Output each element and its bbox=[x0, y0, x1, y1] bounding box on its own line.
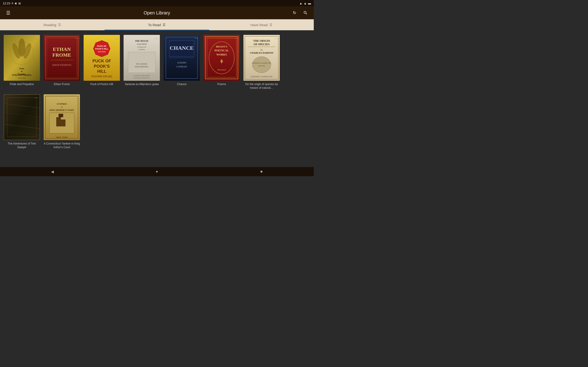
book-title-tom: The Adventures of Tom Sawyer bbox=[4, 142, 40, 149]
svg-text:By: By bbox=[260, 49, 263, 51]
bottom-nav: ◀ ● ■ bbox=[0, 167, 314, 176]
to-read-sort-icon: ☰ bbox=[163, 23, 166, 27]
svg-rect-75 bbox=[56, 117, 61, 126]
book-title-pride: Pride and Prejudice bbox=[10, 83, 34, 86]
svg-text:in: in bbox=[61, 106, 63, 108]
book-item-chance[interactable]: ··· CHANCE bbox=[164, 35, 200, 90]
svg-rect-9 bbox=[44, 35, 80, 81]
svg-text:EDITH WHARTON: EDITH WHARTON bbox=[52, 64, 71, 66]
book-item-pride[interactable]: ··· bbox=[4, 35, 40, 90]
svg-text:HILL: HILL bbox=[97, 69, 106, 74]
svg-text:CONRAD: CONRAD bbox=[176, 65, 187, 68]
svg-text:New York: New York bbox=[258, 65, 265, 67]
main-content: ··· bbox=[0, 30, 314, 167]
book-item-zapiski[interactable]: ··· THE HOUSE of the DEAD or bbox=[124, 35, 160, 90]
svg-text:MARK TWAIN: MARK TWAIN bbox=[56, 136, 68, 138]
svg-text:BY E.P.DUTTON & CO: BY E.P.DUTTON & CO bbox=[134, 77, 149, 79]
app-icon-grid: ▤ bbox=[18, 2, 21, 5]
svg-text:LITERARY CLASSICS, INC: LITERARY CLASSICS, INC bbox=[251, 76, 273, 78]
svg-text:CHARLES DARWIN: CHARLES DARWIN bbox=[250, 51, 274, 54]
app-icon-circle: ◉ bbox=[15, 2, 17, 5]
svg-rect-30 bbox=[128, 52, 155, 73]
app-title: Open Library bbox=[144, 10, 170, 16]
book-grid: ··· bbox=[4, 35, 310, 149]
nav-back-button[interactable]: ◀ bbox=[48, 167, 57, 176]
app-bar-actions: ↻ bbox=[290, 8, 310, 17]
svg-text:POOK'S HILL: POOK'S HILL bbox=[95, 48, 108, 50]
svg-text:Jane Austen: Jane Austen bbox=[18, 77, 26, 79]
svg-text:THE ORIGIN: THE ORIGIN bbox=[253, 39, 270, 42]
wifi-icon: ▲ bbox=[299, 2, 302, 5]
svg-text:LONDON PUBLISHED: LONDON PUBLISHED bbox=[134, 75, 150, 77]
refresh-button[interactable]: ↻ bbox=[290, 8, 299, 17]
svg-text:Prejudice: Prejudice bbox=[18, 73, 26, 75]
svg-text:DOSTOIEFFSKY: DOSTOIEFFSKY bbox=[135, 66, 149, 68]
book-more-origin[interactable]: ··· bbox=[275, 36, 278, 40]
tab-reading-label: Reading bbox=[43, 23, 56, 27]
book-title-origin: On the origin of species by means of nat… bbox=[243, 83, 280, 90]
book-item-tom[interactable]: ··· bbox=[4, 94, 40, 149]
book-item-origin[interactable]: ··· THE ORIGIN OF SPECIES bbox=[243, 35, 280, 90]
svg-text:LITERARY CLASSICS, INC: LITERARY CLASSICS, INC bbox=[252, 62, 271, 64]
app-bar: ☰ Open Library ↻ bbox=[0, 6, 314, 19]
svg-text:PUCK OF: PUCK OF bbox=[97, 45, 107, 47]
book-item-poems[interactable]: ··· bbox=[204, 35, 240, 90]
svg-text:RUDYARD: RUDYARD bbox=[98, 51, 106, 52]
svg-text:BY A FEDOR: BY A FEDOR bbox=[137, 63, 147, 65]
tab-reading[interactable]: Reading ☰ bbox=[0, 19, 104, 30]
nav-recent-button[interactable]: ■ bbox=[257, 167, 266, 176]
battery-icon: ▬ bbox=[308, 2, 311, 5]
svg-text:POOK'S: POOK'S bbox=[94, 64, 110, 69]
book-item-puck[interactable]: ··· PUCK OF POOK'S HILL bbox=[84, 35, 120, 90]
svg-text:CHANCE: CHANCE bbox=[170, 45, 194, 51]
have-read-sort-icon: ☰ bbox=[269, 23, 272, 27]
svg-text:in Siberia: in Siberia bbox=[138, 49, 145, 50]
svg-marker-77 bbox=[59, 114, 63, 117]
tab-to-read[interactable]: To Read ☰ bbox=[104, 19, 209, 30]
book-more-yankee[interactable]: ··· bbox=[75, 96, 78, 100]
svg-text:of the DEAD: of the DEAD bbox=[137, 43, 147, 45]
svg-text:WORKS: WORKS bbox=[216, 53, 227, 56]
svg-text:POETICAL: POETICAL bbox=[215, 49, 229, 52]
book-more-poems[interactable]: ··· bbox=[235, 36, 238, 40]
tab-have-read[interactable]: Have Read ☰ bbox=[209, 19, 314, 30]
search-button[interactable] bbox=[301, 8, 310, 17]
svg-text:KING ARTHUR'S COURT: KING ARTHUR'S COURT bbox=[50, 109, 74, 111]
svg-text:&: & bbox=[21, 70, 23, 73]
book-title-puck: Puck of Pook's Hill bbox=[90, 83, 113, 86]
book-more-chance[interactable]: ··· bbox=[195, 36, 199, 40]
signal-icon: ▲ bbox=[304, 2, 307, 5]
book-title-chance: Chance bbox=[177, 83, 186, 86]
book-more-pride[interactable]: ··· bbox=[35, 36, 39, 40]
svg-text:THE HOUSE: THE HOUSE bbox=[135, 40, 149, 42]
book-more-tom[interactable]: ··· bbox=[35, 96, 39, 100]
svg-text:or Prison Life: or Prison Life bbox=[137, 46, 146, 48]
svg-text:JOSEPH: JOSEPH bbox=[177, 61, 186, 64]
svg-text:FROME: FROME bbox=[52, 52, 71, 58]
book-more-ethan[interactable]: ··· bbox=[75, 36, 78, 40]
tab-to-read-label: To Read bbox=[148, 23, 161, 27]
svg-text:BRYANT'S: BRYANT'S bbox=[216, 45, 227, 48]
book-title-zapiski: Записки из Мёртвого дома bbox=[125, 83, 159, 86]
book-title-ethan: Ethan Frome bbox=[54, 83, 69, 86]
svg-text:Illustrated: Illustrated bbox=[217, 69, 226, 71]
app-icon-a: A bbox=[12, 2, 13, 5]
book-more-zapiski[interactable]: ··· bbox=[155, 36, 158, 40]
svg-text:RUDYARD KIPLING: RUDYARD KIPLING bbox=[91, 75, 112, 78]
svg-text:A YANKEE: A YANKEE bbox=[57, 103, 67, 105]
tab-have-read-label: Have Read bbox=[250, 23, 268, 27]
menu-button[interactable]: ☰ bbox=[4, 8, 13, 17]
svg-text:ETHAN: ETHAN bbox=[53, 46, 71, 52]
tab-bar: Reading ☰ To Read ☰ Have Read ☰ bbox=[0, 19, 314, 30]
book-more-puck[interactable]: ··· bbox=[115, 36, 119, 40]
book-title-poems: Poems bbox=[217, 83, 226, 86]
status-time: 12:23 bbox=[3, 2, 10, 5]
book-item-yankee[interactable]: ··· A YANKEE i bbox=[44, 94, 80, 149]
book-item-ethan[interactable]: ··· ETHAN FROM bbox=[44, 35, 80, 90]
svg-point-58 bbox=[252, 57, 271, 73]
nav-home-button[interactable]: ● bbox=[152, 167, 162, 176]
svg-text:PUCK OF: PUCK OF bbox=[93, 59, 111, 63]
book-title-yankee: A Connecticut Yankee in King Arthur's Co… bbox=[44, 142, 80, 149]
svg-text:Pride: Pride bbox=[19, 67, 24, 70]
svg-rect-76 bbox=[61, 119, 65, 126]
